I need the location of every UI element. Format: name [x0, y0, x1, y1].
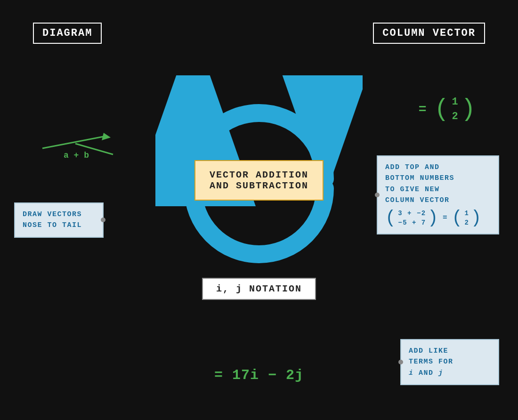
info-add-top-bottom: ADD TOP ANDBOTTOM NUMBERSTO GIVE NEWCOLU…	[377, 155, 499, 234]
center-line1: VECTOR ADDITION	[210, 170, 308, 180]
matrix-right-bottom: 2	[464, 218, 469, 227]
center-topic-box: VECTOR ADDITION AND SUBTRACTION	[194, 160, 324, 201]
matrix-right-top: 1	[464, 209, 469, 218]
vector-arrow-diagram: a + b	[38, 127, 122, 162]
matrix-left-top: 3 + −2	[398, 209, 426, 218]
ij-notation-box: i, j NOTATION	[202, 278, 316, 300]
matrix-right: ( 1 2 )	[452, 209, 482, 228]
svg-text:a + b: a + b	[64, 151, 89, 160]
left-paren: (	[434, 97, 449, 122]
matrix-left: ( 3 + −2 −5 + 7 )	[385, 209, 439, 228]
info-add-like-text: ADD LIKETERMS FORi AND j	[409, 346, 491, 379]
connector-dot	[101, 218, 105, 222]
info-draw-text: DRAW VECTORSNOSE TO TAIL	[23, 209, 95, 231]
connector-dot-2	[375, 193, 380, 197]
center-line2: AND SUBTRACTION	[210, 180, 308, 191]
connector-dot-3	[398, 360, 403, 364]
right-paren: )	[461, 97, 476, 122]
diagram-label: DIAGRAM	[33, 23, 102, 44]
svg-line-0	[42, 137, 104, 148]
vector-top-value: 1	[452, 95, 458, 110]
matrix-equation: ( 3 + −2 −5 + 7 ) = ( 1 2 )	[385, 209, 491, 228]
svg-marker-1	[102, 133, 111, 140]
column-vector-label: COLUMN VECTOR	[373, 23, 485, 44]
col-vector-bracket: ( 1 2 )	[434, 94, 476, 125]
equals-sign: =	[419, 102, 427, 117]
matrix-values: 1 2	[449, 94, 461, 125]
info-draw-vectors: DRAW VECTORSNOSE TO TAIL	[14, 202, 104, 238]
matrix-left-bottom: −5 + 7	[398, 218, 426, 227]
info-add-like-terms: ADD LIKETERMS FORi AND j	[400, 339, 499, 385]
result-ij-expression: = 17i − 2j	[214, 367, 304, 383]
info-add-top-text: ADD TOP ANDBOTTOM NUMBERSTO GIVE NEWCOLU…	[385, 162, 491, 206]
vector-bottom-value: 2	[452, 110, 458, 124]
col-vector-display: = ( 1 2 )	[419, 94, 476, 125]
matrix-equals: =	[443, 212, 448, 224]
